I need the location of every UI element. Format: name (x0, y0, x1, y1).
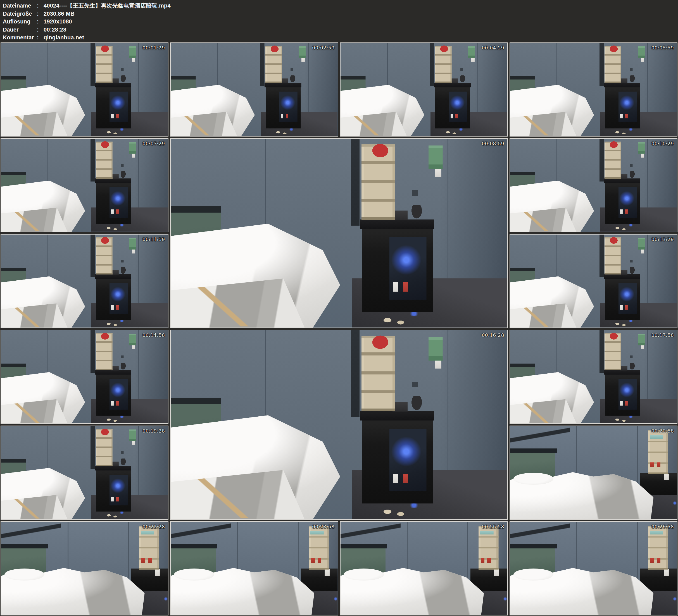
timestamp-overlay: 00:01:29 (143, 45, 165, 50)
timestamp-overlay: 00:08:59 (482, 141, 504, 146)
comment-value: qinglanhua.net (44, 34, 84, 42)
thumbnail-image (341, 43, 507, 136)
video-thumbnail[interactable]: 00:14:58 (1, 330, 168, 424)
file-info-row: Dateiname : 40024----【王五先生】再次光临电竞酒店陪玩.mp… (3, 2, 678, 10)
video-thumbnail[interactable]: 00:05:59 (510, 42, 677, 137)
timestamp-overlay: 00:25:28 (482, 524, 504, 530)
thumbnail-image (510, 235, 677, 328)
video-thumbnail[interactable]: 00:23:58 (170, 521, 338, 615)
thumbnail-image (171, 139, 507, 328)
timestamp-overlay: 00:26:58 (651, 524, 674, 530)
file-info-separator: : (37, 26, 44, 34)
timestamp-overlay: 00:05:59 (651, 45, 674, 50)
video-thumbnail[interactable]: 00:01:29 (1, 42, 168, 137)
duration-value: 00:28:28 (44, 26, 67, 34)
thumbnail-image (1, 426, 168, 519)
thumbnail-image (1, 330, 168, 423)
video-thumbnail[interactable]: 00:13:29 (510, 234, 677, 328)
timestamp-overlay: 00:14:58 (143, 332, 165, 338)
timestamp-overlay: 00:22:28 (143, 524, 165, 530)
video-thumbnail[interactable]: 00:10:29 (510, 138, 677, 232)
video-thumbnail[interactable]: 00:17:58 (510, 330, 677, 424)
resolution-value: 1920x1080 (44, 17, 72, 26)
thumbnail-image (171, 522, 337, 615)
thumbnail-image (1, 139, 168, 232)
thumbnail-image (171, 330, 507, 519)
file-info-label: Dateiname (3, 2, 37, 10)
thumbnail-image (171, 43, 337, 136)
thumbnail-image (1, 235, 168, 328)
thumbnail-image (510, 139, 677, 232)
file-info-label: Kommentar (3, 34, 37, 42)
file-info-row: Dateigröße : 2030.86 MB (3, 10, 678, 18)
timestamp-overlay: 00:23:58 (312, 524, 334, 530)
file-info-separator: : (37, 34, 44, 42)
file-info-label: Dateigröße (3, 10, 37, 18)
video-thumbnail-large[interactable]: 00:16:28 (170, 330, 508, 519)
video-thumbnail[interactable]: 00:04:29 (340, 42, 508, 137)
file-info-label: Auflösung (3, 17, 37, 26)
file-info-label: Dauer (3, 26, 37, 34)
file-info-row: Dauer : 00:28:28 (3, 26, 678, 34)
video-thumbnail[interactable]: 00:26:58 (510, 521, 677, 615)
video-thumbnail[interactable]: 00:19:28 (1, 426, 168, 519)
thumbnail-image (510, 522, 677, 615)
timestamp-overlay: 00:02:59 (312, 45, 334, 50)
video-thumbnail[interactable]: 00:02:59 (170, 42, 338, 137)
thumbnail-image (510, 43, 677, 136)
timestamp-overlay: 00:17:58 (651, 332, 674, 338)
thumbnail-image (510, 426, 677, 519)
video-thumbnail[interactable]: 00:11:59 (1, 234, 168, 328)
thumbnail-image (1, 43, 168, 136)
video-thumbnail[interactable]: 00:07:29 (1, 138, 168, 232)
file-info-separator: : (37, 2, 44, 10)
file-info-separator: : (37, 10, 44, 18)
thumbnail-image (341, 522, 507, 615)
file-info-header: Dateiname : 40024----【王五先生】再次光临电竞酒店陪玩.mp… (0, 0, 678, 42)
timestamp-overlay: 00:20:58 (651, 428, 674, 434)
video-thumbnail[interactable]: 00:22:28 (1, 521, 168, 615)
file-size-value: 2030.86 MB (44, 10, 75, 18)
timestamp-overlay: 00:13:29 (651, 236, 674, 242)
file-name-value: 40024----【王五先生】再次光临电竞酒店陪玩.mp4 (44, 2, 171, 10)
thumbnail-image (1, 522, 168, 615)
timestamp-overlay: 00:19:28 (143, 428, 165, 434)
thumbnail-image (510, 330, 677, 423)
timestamp-overlay: 00:04:29 (482, 45, 504, 50)
timestamp-overlay: 00:16:28 (482, 332, 504, 338)
timestamp-overlay: 00:11:59 (143, 236, 165, 242)
video-thumbnail[interactable]: 00:20:58 (510, 426, 677, 519)
file-info-row: Kommentar : qinglanhua.net (3, 34, 678, 42)
video-thumbnail[interactable]: 00:25:28 (340, 521, 508, 615)
thumbnail-grid: 00:01:29 00:02:59 00:04:29 00:05:59 00:0… (0, 42, 678, 616)
timestamp-overlay: 00:07:29 (143, 141, 165, 146)
video-thumbnail-large[interactable]: 00:08:59 (170, 138, 508, 328)
file-info-separator: : (37, 17, 44, 26)
timestamp-overlay: 00:10:29 (651, 141, 674, 146)
file-info-row: Auflösung : 1920x1080 (3, 17, 678, 26)
